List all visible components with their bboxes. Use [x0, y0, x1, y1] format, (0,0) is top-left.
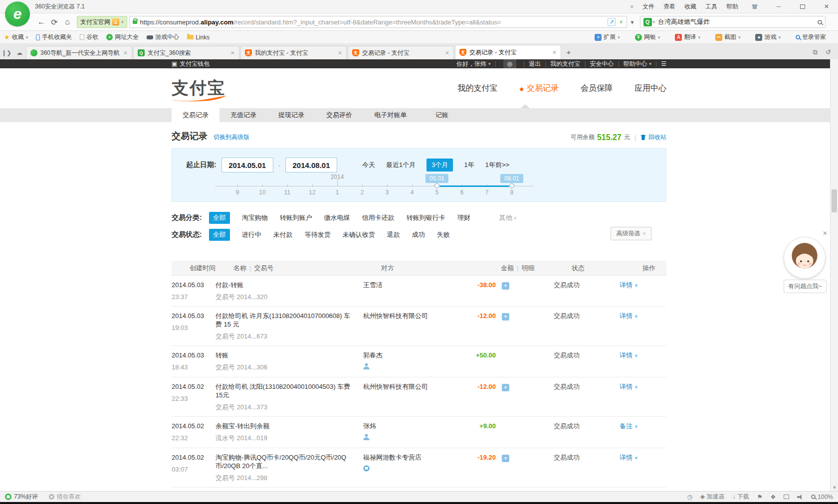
type-transfer-account[interactable]: 转账到账户 — [280, 213, 312, 222]
type-all[interactable]: 全部 — [209, 212, 230, 224]
scrollbar-thumb[interactable] — [832, 189, 837, 212]
person-icon[interactable] — [363, 363, 370, 370]
person-icon[interactable] — [363, 434, 370, 441]
advanced-filter-button[interactable]: 高级筛选« — [611, 227, 651, 240]
scrollbar-down-arrow[interactable]: ▼ — [831, 485, 838, 490]
subnav-reviews[interactable]: 交易评价 — [315, 108, 363, 122]
guess-icon[interactable] — [49, 494, 54, 500]
detail-dropdown-icon[interactable]: ▼ — [502, 384, 509, 391]
type-taobao[interactable]: 淘宝购物 — [242, 213, 268, 222]
security-center-link[interactable]: 安全中心 — [590, 60, 614, 68]
timeline-start-handle[interactable] — [434, 182, 440, 189]
switch-advanced-link[interactable]: 切换到高级版 — [213, 133, 249, 142]
close-icon[interactable]: ✕ — [123, 50, 128, 56]
detail-dropdown-icon[interactable]: ▼ — [502, 455, 509, 462]
screenshot-button[interactable]: ✂截图▾ — [715, 33, 741, 41]
speed-mode-icon[interactable]: ⚡ — [619, 18, 623, 26]
quick-one-month[interactable]: 最近1个月 — [386, 161, 416, 169]
subnav-withdraw[interactable]: 提现记录 — [267, 108, 315, 122]
logout-link[interactable]: 退出 — [529, 60, 541, 68]
quick-one-year[interactable]: 1年 — [464, 161, 474, 169]
subnav-statement[interactable]: 电子对账单 — [363, 108, 418, 122]
tab-360-search[interactable]: Q 支付宝_360搜索✕ — [133, 46, 239, 59]
nav-my-alipay[interactable]: 我的支付宝 — [458, 83, 498, 94]
zoom-control[interactable]: 100% — [811, 494, 833, 501]
nav-app-center[interactable]: 应用中心 — [634, 83, 666, 94]
my-alipay-link[interactable]: 我的支付宝 — [550, 60, 580, 68]
url-history-dropdown[interactable]: ▾ — [627, 18, 638, 26]
end-date-input[interactable] — [285, 158, 337, 172]
back-button[interactable]: ← — [35, 17, 48, 26]
cloud-sync-icon[interactable]: ☁ — [13, 49, 26, 56]
status-success[interactable]: 成功 — [412, 230, 425, 239]
status-unconfirmed[interactable]: 未确认收货 — [343, 230, 375, 239]
games-button[interactable]: ●游戏▾ — [755, 33, 781, 41]
new-tab-button[interactable]: + — [562, 48, 575, 56]
360-search-icon[interactable]: Q — [643, 18, 652, 26]
close-icon[interactable]: ✕ — [338, 50, 342, 56]
plugin-icon[interactable]: ❖ — [771, 494, 776, 501]
subnav-transactions[interactable]: 交易记录 — [172, 108, 219, 122]
announcement-icon[interactable]: ◎ — [503, 59, 516, 68]
maximize-button[interactable] — [795, 1, 810, 11]
page-scrollbar[interactable]: ▼ — [830, 59, 838, 491]
menu-tools[interactable]: 工具 — [705, 2, 717, 11]
menu-favorites[interactable]: 收藏 — [684, 2, 696, 11]
close-icon[interactable]: ✕ — [823, 230, 828, 237]
bookmark-mobile-favorites[interactable]: 手机收藏夹 — [36, 33, 72, 41]
menu-view[interactable]: 查看 — [663, 2, 675, 11]
type-credit-card[interactable]: 信用卡还款 — [362, 213, 395, 222]
browser-360-logo-icon[interactable]: e — [5, 1, 30, 26]
status-all[interactable]: 全部 — [209, 229, 230, 241]
window-mode-icon[interactable] — [784, 495, 789, 499]
status-in-progress[interactable]: 进行中 — [242, 230, 261, 239]
search-box[interactable]: Q ▾ — [640, 16, 826, 28]
tab-transactions-active[interactable]: 支 交易记录 - 支付宝✕ — [455, 45, 561, 59]
nav-transactions[interactable]: ◆交易记录 — [520, 83, 559, 94]
360-praise-icon[interactable] — [5, 494, 11, 500]
skin-button[interactable] — [747, 1, 762, 11]
translate-button[interactable]: A翻译▾ — [675, 33, 700, 41]
cleaner-icon[interactable]: ◷ — [687, 494, 692, 501]
shop-icon[interactable] — [363, 465, 370, 472]
tab-list-icon[interactable]: ❙❯ — [0, 49, 13, 56]
status-unpaid[interactable]: 未付款 — [273, 230, 293, 239]
detail-link[interactable]: 详情 — [620, 312, 632, 320]
username[interactable]: 张炜 — [474, 60, 486, 68]
refresh-button[interactable]: ⟳ — [48, 17, 61, 27]
start-date-input[interactable] — [221, 158, 273, 172]
status-refund[interactable]: 退款 — [387, 230, 400, 239]
bank-button[interactable]: ¥网银▾ — [635, 33, 660, 41]
help-center-link[interactable]: 帮助中心 — [624, 60, 647, 68]
bookmark-links-folder[interactable]: Links — [187, 34, 210, 41]
site-identity-badge[interactable]: 支付宝官网 证 ▾ — [77, 16, 127, 28]
share-icon[interactable]: ↗ — [608, 18, 616, 26]
guess-text[interactable]: 猜你喜欢 — [57, 493, 81, 501]
home-button[interactable]: ⌂ — [61, 17, 74, 26]
speaker-icon[interactable] — [797, 495, 803, 500]
recycle-bin-link[interactable]: 回收站 — [648, 133, 666, 142]
status-awaiting-shipment[interactable]: 等待发货 — [305, 230, 331, 239]
login-manager-button[interactable]: 登录管家 — [796, 33, 826, 41]
detail-dropdown-icon[interactable]: ▼ — [502, 313, 509, 321]
download-button[interactable]: ↓ 下载 — [732, 493, 749, 501]
nav-member-protection[interactable]: 会员保障 — [581, 83, 613, 94]
subnav-recharge[interactable]: 充值记录 — [219, 108, 267, 122]
detail-link[interactable]: 详情 — [620, 454, 632, 461]
status-failed[interactable]: 失败 — [437, 230, 450, 239]
alipay-logo[interactable]: 支付宝 — [172, 77, 225, 100]
wallet-link[interactable]: 支付宝钱包 — [180, 60, 210, 68]
flag-icon[interactable]: ⚑ — [757, 494, 763, 501]
search-input[interactable] — [658, 18, 814, 26]
detail-link[interactable]: 详情 — [620, 351, 632, 359]
address-bar[interactable]: https://consumeprod.alipay.com/record/st… — [129, 16, 627, 28]
undo-close-icon[interactable]: ↺ — [826, 48, 831, 56]
minimize-button[interactable]: ─ — [771, 1, 786, 11]
type-utilities[interactable]: 缴水电煤 — [324, 213, 350, 222]
close-icon[interactable]: ✕ — [445, 50, 449, 56]
accelerator-button[interactable]: ◈ 加速器 — [700, 493, 725, 501]
search-engine-chevron-icon[interactable]: ▾ — [653, 19, 655, 24]
bookmark-google[interactable]: 谷歌 — [80, 33, 98, 41]
quick-older[interactable]: 1年前>> — [485, 161, 509, 169]
menu-expander-icon[interactable]: » — [630, 3, 633, 10]
